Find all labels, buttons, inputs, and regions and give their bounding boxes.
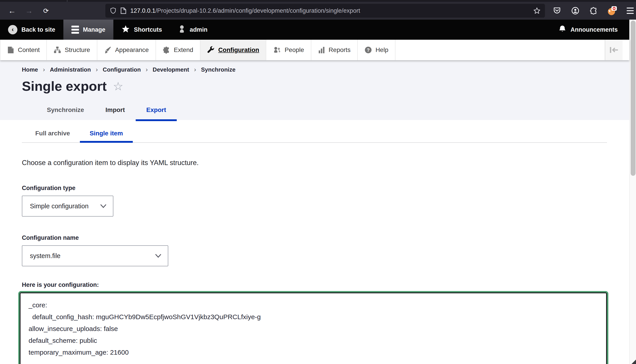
url-text: 127.0.0.1/Projects/drupal-10.2.6/admin/c… [130,7,530,14]
menu-item-extend[interactable]: Extend [156,40,200,60]
user-person-icon [178,25,186,35]
breadcrumb: Home › Administration › Configuration › … [22,66,629,73]
page-content: Full archive Single item Choose a config… [0,125,629,364]
browser-back-button[interactable]: ← [5,4,19,18]
browser-window: ← → ⟳ 127.0.0.1/Projects/drupal-10.2.6/a… [0,0,636,364]
menu-item-reports[interactable]: Reports [311,40,358,60]
configuration-output-label: Here is your configuration: [22,282,629,288]
yaml-output-textarea[interactable]: _core: default_config_hash: mguGHCYb9Dw5… [20,292,607,364]
menu-item-configuration[interactable]: Configuration [200,40,266,60]
manage-hamburger-icon [72,26,79,34]
breadcrumb-separator: › [43,66,45,73]
svg-text:?: ? [367,48,370,53]
page-scrollbar [629,20,636,364]
page-title: Single export ☆ [22,78,629,94]
menu-item-content[interactable]: Content [0,40,47,60]
configuration-type-label: Configuration type [22,185,629,192]
menu-item-structure[interactable]: Structure [47,40,97,60]
breadcrumb-separator: › [194,66,196,73]
browser-reload-button[interactable]: ⟳ [39,4,53,18]
tab-import[interactable]: Import [95,100,136,121]
url-bar[interactable]: 127.0.0.1/Projects/drupal-10.2.6/admin/c… [105,4,545,18]
wrench-icon [207,46,215,54]
window-corner [631,360,636,364]
page-header: Home › Administration › Configuration › … [0,60,629,120]
pocket-icon[interactable] [551,5,563,16]
tab-full-archive[interactable]: Full archive [26,125,80,143]
configuration-name-label: Configuration name [22,234,629,241]
favorite-star-icon[interactable]: ☆ [113,80,123,93]
breadcrumb-separator: › [96,66,98,73]
page-icon[interactable] [121,7,126,14]
breadcrumb-configuration[interactable]: Configuration [103,66,141,73]
menu-item-people[interactable]: People [266,40,311,60]
page-region: Home › Administration › Configuration › … [0,60,629,364]
tab-single-item[interactable]: Single item [80,125,133,143]
menu-item-help[interactable]: ? Help [358,40,396,60]
account-icon[interactable] [569,5,581,16]
back-to-site-icon: ‹ [8,25,18,34]
manage-button[interactable]: Manage [63,20,114,40]
question-circle-icon: ? [364,46,372,54]
announcements-button[interactable]: Announcements [556,25,619,35]
scrollbar-thumb[interactable] [631,20,635,176]
browser-forward-button[interactable]: → [22,4,36,18]
tab-synchronize[interactable]: Synchronize [36,100,95,121]
toolbar-collapse-button[interactable] [605,40,622,60]
drupal-toolbar: ‹ Back to site Manage Shortcuts admin A [0,20,629,40]
bookmark-star-icon[interactable] [533,7,540,14]
user-menu-button[interactable]: admin [170,20,216,40]
sitemap-icon [54,46,61,54]
paintbrush-icon [104,46,112,54]
browser-chrome: ← → ⟳ 127.0.0.1/Projects/drupal-10.2.6/a… [0,0,636,20]
shortcuts-star-icon [121,25,130,35]
extensions-puzzle-icon[interactable] [588,5,599,16]
secondary-tabs: Full archive Single item [22,125,607,143]
tab-export[interactable]: Export [136,100,177,121]
configuration-name-select[interactable]: system.file [22,245,168,266]
bell-icon [558,25,566,35]
menu-item-appearance[interactable]: Appearance [97,40,156,60]
collapse-left-icon [609,46,618,53]
bar-chart-icon [318,46,325,54]
admin-menu-bar: Content Structure Appearance Extend Conf… [0,40,629,60]
people-icon [273,46,281,54]
breadcrumb-synchronize[interactable]: Synchronize [201,66,236,73]
back-to-site-button[interactable]: ‹ Back to site [0,20,63,40]
shield-icon[interactable] [110,7,117,14]
breadcrumb-development[interactable]: Development [153,66,189,73]
breadcrumb-home[interactable]: Home [22,66,38,73]
chevron-down-icon [100,204,107,208]
breadcrumb-administration[interactable]: Administration [50,66,91,73]
chevron-down-icon [155,254,162,258]
shortcuts-button[interactable]: Shortcuts [113,20,170,40]
breadcrumb-separator: › [146,66,148,73]
puzzle-icon [163,46,170,54]
tab-strip-edge [0,0,636,2]
primary-tabs: Synchronize Import Export [36,100,629,121]
configuration-type-select[interactable]: Simple configuration [22,196,113,216]
file-page-icon [7,46,14,54]
menu-hamburger-icon[interactable] [624,5,636,16]
adblock-extension-icon[interactable] [606,5,618,16]
intro-text: Choose a configuration item to display i… [22,159,629,167]
